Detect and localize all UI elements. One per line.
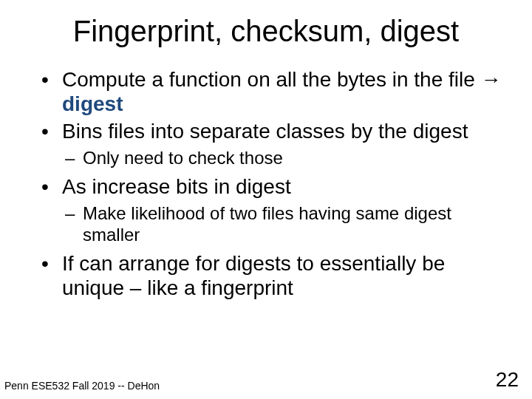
bullet-1-digest-word: digest xyxy=(62,92,123,115)
bullet-item-2: Bins files into separate classes by the … xyxy=(37,119,510,168)
slide-content: Compute a function on all the bytes in t… xyxy=(0,67,532,300)
sub-bullet-3-1-text: Make likelihood of two files having same… xyxy=(83,203,451,244)
sub-bullet-2-1: Only need to check those xyxy=(62,148,510,168)
slide-title: Fingerprint, checksum, digest xyxy=(0,15,532,48)
sub-bullet-list-3: Make likelihood of two files having same… xyxy=(62,203,510,245)
bullet-4-text: If can arrange for digests to essentiall… xyxy=(62,252,445,299)
bullet-1-text-pre: Compute a function on all the bytes in t… xyxy=(62,68,481,91)
sub-bullet-2-1-text: Only need to check those xyxy=(83,148,283,168)
bullet-item-4: If can arrange for digests to essentiall… xyxy=(37,251,510,300)
bullet-2-text: Bins files into separate classes by the … xyxy=(62,120,468,143)
page-number: 22 xyxy=(496,368,519,392)
bullet-item-3: As increase bits in digest Make likeliho… xyxy=(37,174,510,245)
bullet-item-1: Compute a function on all the bytes in t… xyxy=(37,67,510,116)
arrow-icon: → xyxy=(481,68,502,91)
slide: Fingerprint, checksum, digest Compute a … xyxy=(0,0,532,399)
bullet-list: Compute a function on all the bytes in t… xyxy=(37,67,510,300)
sub-bullet-list-2: Only need to check those xyxy=(62,148,510,168)
bullet-3-text: As increase bits in digest xyxy=(62,175,291,198)
footer-text: Penn ESE532 Fall 2019 -- DeHon xyxy=(4,380,160,392)
sub-bullet-3-1: Make likelihood of two files having same… xyxy=(62,203,510,245)
